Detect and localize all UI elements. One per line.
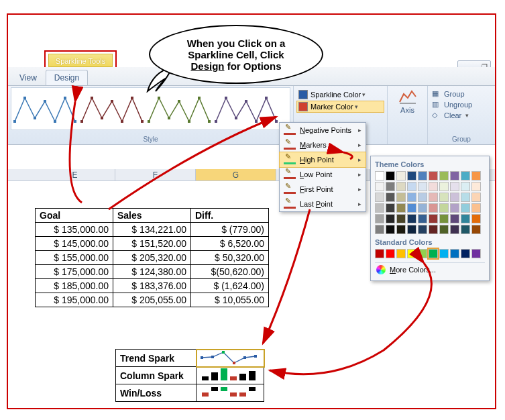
table-cell[interactable]: $ 205,055.00 bbox=[113, 293, 191, 307]
table-cell[interactable]: $ 135,000.00 bbox=[36, 223, 113, 237]
color-swatch[interactable] bbox=[450, 249, 459, 258]
color-swatch[interactable] bbox=[471, 171, 481, 180]
color-swatch[interactable] bbox=[375, 225, 384, 234]
winloss-sparkline-cell[interactable] bbox=[197, 384, 264, 402]
color-swatch[interactable] bbox=[418, 249, 427, 258]
color-swatch[interactable] bbox=[439, 182, 449, 191]
color-swatch[interactable] bbox=[396, 182, 406, 191]
table-cell[interactable]: $ 151,520.00 bbox=[113, 237, 191, 251]
menu-high-point[interactable]: High Point▸ bbox=[279, 152, 366, 168]
color-swatch[interactable] bbox=[429, 193, 438, 202]
table-cell[interactable]: $ 175,000.00 bbox=[36, 265, 113, 279]
marker-color-button[interactable]: Marker Color ▾ bbox=[296, 101, 384, 113]
color-swatch[interactable] bbox=[407, 203, 416, 213]
table-cell[interactable]: $ 134,221.00 bbox=[113, 223, 191, 237]
table-cell[interactable]: $ 195,000.00 bbox=[36, 293, 113, 307]
color-swatch[interactable] bbox=[471, 203, 481, 213]
color-swatch[interactable] bbox=[450, 214, 459, 223]
menu-first-point[interactable]: First Point▸ bbox=[280, 182, 366, 197]
color-swatch[interactable] bbox=[450, 225, 459, 234]
color-swatch[interactable] bbox=[386, 171, 395, 180]
color-swatch[interactable] bbox=[418, 193, 427, 202]
color-swatch[interactable] bbox=[439, 203, 449, 213]
color-swatch[interactable] bbox=[396, 203, 406, 213]
menu-negative-points[interactable]: Negative Points▸ bbox=[280, 123, 366, 138]
color-swatch[interactable] bbox=[461, 214, 470, 223]
menu-last-point[interactable]: Last Point▸ bbox=[280, 197, 366, 211]
color-swatch[interactable] bbox=[429, 249, 438, 258]
color-swatch[interactable] bbox=[429, 225, 438, 234]
color-swatch[interactable] bbox=[450, 193, 459, 202]
color-swatch[interactable] bbox=[386, 203, 395, 213]
table-cell[interactable]: $ 205,320.00 bbox=[113, 251, 191, 265]
color-swatch[interactable] bbox=[471, 182, 481, 191]
color-swatch[interactable] bbox=[429, 203, 438, 213]
table-cell[interactable]: $ 124,380.00 bbox=[113, 265, 191, 279]
color-swatch[interactable] bbox=[407, 214, 416, 223]
color-swatch[interactable] bbox=[461, 182, 470, 191]
color-swatch[interactable] bbox=[375, 214, 384, 223]
clear-button[interactable]: ◇Clear▾ bbox=[431, 110, 492, 121]
menu-low-point[interactable]: Low Point▸ bbox=[280, 167, 366, 182]
color-swatch[interactable] bbox=[396, 225, 406, 234]
color-swatch[interactable] bbox=[439, 193, 449, 202]
color-swatch[interactable] bbox=[386, 182, 395, 191]
axis-button[interactable]: Axis bbox=[390, 89, 425, 114]
color-swatch[interactable] bbox=[450, 182, 459, 191]
color-swatch[interactable] bbox=[471, 249, 481, 258]
color-swatch[interactable] bbox=[439, 249, 449, 258]
color-swatch[interactable] bbox=[461, 225, 470, 234]
color-swatch[interactable] bbox=[450, 203, 459, 213]
color-swatch[interactable] bbox=[439, 214, 449, 223]
color-swatch[interactable] bbox=[471, 193, 481, 202]
color-swatch[interactable] bbox=[375, 193, 384, 202]
table-cell[interactable]: $ 145,000.00 bbox=[36, 237, 113, 251]
color-swatch[interactable] bbox=[461, 203, 470, 213]
color-swatch[interactable] bbox=[471, 214, 481, 223]
menu-markers[interactable]: Markers▸ bbox=[280, 138, 366, 152]
column-header-f[interactable]: F bbox=[115, 169, 196, 180]
color-swatch[interactable] bbox=[396, 249, 406, 258]
color-swatch[interactable] bbox=[396, 193, 406, 202]
color-swatch[interactable] bbox=[450, 171, 459, 180]
color-swatch[interactable] bbox=[418, 182, 427, 191]
table-cell[interactable]: $ 183,376.00 bbox=[113, 279, 191, 293]
table-cell[interactable]: $(50,620.00) bbox=[191, 265, 269, 279]
table-cell[interactable]: $ 10,055.00 bbox=[191, 293, 269, 307]
color-swatch[interactable] bbox=[396, 171, 406, 180]
color-swatch[interactable] bbox=[418, 171, 427, 180]
color-swatch[interactable] bbox=[407, 225, 416, 234]
column-header-g[interactable]: G bbox=[196, 169, 276, 180]
column-sparkline-cell[interactable] bbox=[197, 367, 264, 384]
sparkline-color-button[interactable]: Sparkline Color ▾ bbox=[296, 89, 384, 101]
color-swatch[interactable] bbox=[439, 171, 449, 180]
color-swatch[interactable] bbox=[407, 193, 416, 202]
table-cell[interactable]: $ 50,320.00 bbox=[191, 251, 269, 265]
color-swatch[interactable] bbox=[461, 249, 470, 258]
color-swatch[interactable] bbox=[418, 214, 427, 223]
column-header-e[interactable]: E bbox=[35, 169, 115, 180]
tab-view[interactable]: View bbox=[11, 70, 46, 85]
color-swatch[interactable] bbox=[386, 193, 395, 202]
color-swatch[interactable] bbox=[375, 171, 384, 180]
color-swatch[interactable] bbox=[439, 225, 449, 234]
color-swatch[interactable] bbox=[429, 214, 438, 223]
color-swatch[interactable] bbox=[471, 225, 481, 234]
color-swatch[interactable] bbox=[375, 249, 384, 258]
sparkline-style-gallery[interactable] bbox=[11, 87, 290, 130]
more-colors-button[interactable]: More Colors... bbox=[375, 262, 485, 276]
table-cell[interactable]: $ 6,520.00 bbox=[191, 237, 269, 251]
color-swatch[interactable] bbox=[461, 193, 470, 202]
color-swatch[interactable] bbox=[429, 171, 438, 180]
tab-design[interactable]: Design bbox=[46, 70, 88, 85]
trend-sparkline-cell[interactable] bbox=[197, 350, 264, 367]
table-cell[interactable]: $ (1,624.00) bbox=[191, 279, 269, 293]
color-swatch[interactable] bbox=[396, 214, 406, 223]
color-swatch[interactable] bbox=[407, 249, 416, 258]
ungroup-button[interactable]: ▥Ungroup bbox=[431, 99, 492, 110]
color-swatch[interactable] bbox=[386, 225, 395, 234]
color-swatch[interactable] bbox=[429, 182, 438, 191]
group-button[interactable]: ▦Group bbox=[431, 89, 492, 99]
color-swatch[interactable] bbox=[386, 249, 395, 258]
color-swatch[interactable] bbox=[407, 171, 416, 180]
